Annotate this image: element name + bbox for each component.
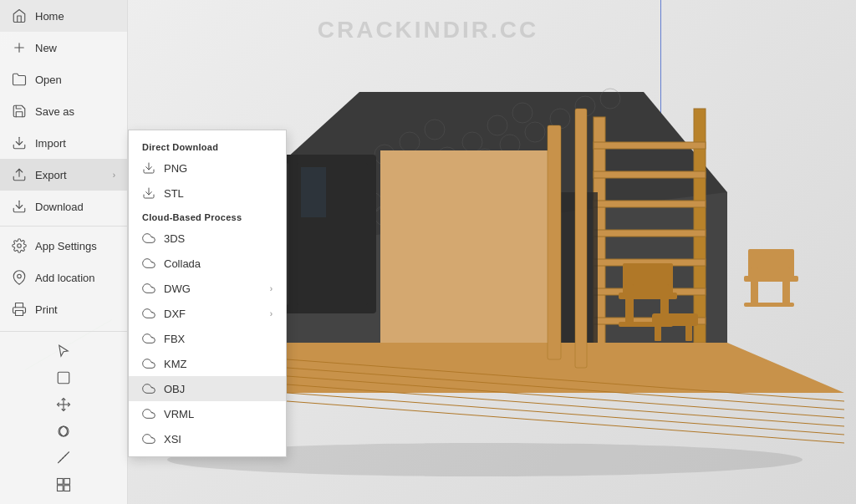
obj-cloud-icon bbox=[142, 382, 155, 395]
submenu-item-stl-label: STL bbox=[164, 187, 184, 200]
svg-rect-99 bbox=[58, 479, 64, 485]
tool-select[interactable] bbox=[51, 339, 76, 364]
svg-point-92 bbox=[18, 244, 22, 248]
settings-icon bbox=[12, 238, 27, 253]
import-icon bbox=[12, 135, 27, 150]
svg-rect-84 bbox=[771, 252, 775, 277]
submenu-item-dwg[interactable]: DWG › bbox=[129, 276, 286, 301]
sidebar-item-save-as-label: Save as bbox=[35, 105, 74, 118]
svg-rect-95 bbox=[58, 372, 69, 384]
submenu-item-obj-label: OBJ bbox=[164, 383, 185, 395]
sidebar-item-home-label: Home bbox=[35, 10, 64, 23]
sidebar-item-save-as[interactable]: Save as bbox=[0, 95, 127, 127]
submenu-item-dxf-label: DXF bbox=[164, 308, 186, 320]
submenu-item-stl[interactable]: STL bbox=[129, 181, 286, 206]
svg-rect-83 bbox=[762, 252, 766, 277]
sidebar-item-download-label: Download bbox=[35, 201, 84, 213]
sidebar-item-add-location[interactable]: Add location bbox=[0, 262, 127, 293]
sidebar-item-open[interactable]: Open bbox=[0, 64, 127, 95]
submenu-item-dwg-label: DWG bbox=[164, 283, 191, 295]
sidebar-item-import-label: Import bbox=[35, 137, 66, 150]
sidebar-item-print-label: Print bbox=[35, 303, 58, 316]
svg-rect-87 bbox=[575, 109, 587, 368]
tool-components[interactable] bbox=[51, 472, 76, 497]
sidebar-item-import[interactable]: Import bbox=[0, 127, 127, 159]
download-icon bbox=[12, 199, 27, 214]
svg-rect-46 bbox=[594, 201, 706, 207]
svg-rect-72 bbox=[647, 267, 652, 297]
svg-rect-62 bbox=[301, 167, 326, 217]
sidebar-item-open-label: Open bbox=[35, 74, 62, 86]
dxf-cloud-icon bbox=[142, 307, 155, 320]
svg-rect-75 bbox=[655, 324, 661, 341]
sidebar-item-export[interactable]: Export › bbox=[0, 159, 127, 191]
export-submenu: Direct Download PNG STL Cloud-Based Proc… bbox=[128, 130, 287, 457]
3ds-cloud-icon bbox=[142, 232, 155, 245]
svg-rect-44 bbox=[594, 142, 706, 149]
svg-rect-94 bbox=[16, 311, 23, 316]
sidebar-item-export-label: Export bbox=[35, 169, 67, 181]
home-icon bbox=[12, 8, 27, 23]
submenu-item-3ds-label: 3DS bbox=[164, 232, 185, 245]
submenu-item-collada[interactable]: Collada bbox=[129, 251, 286, 276]
submenu-item-png-label: PNG bbox=[164, 162, 187, 175]
tool-shapes[interactable] bbox=[51, 365, 76, 390]
collada-cloud-icon bbox=[142, 257, 155, 270]
tool-orbit[interactable] bbox=[51, 419, 76, 444]
tool-move[interactable] bbox=[51, 392, 76, 417]
submenu-item-collada-label: Collada bbox=[164, 257, 201, 270]
submenu-item-vrml-label: VRML bbox=[164, 408, 194, 420]
png-download-icon bbox=[142, 161, 155, 175]
submenu-item-xsi-label: XSI bbox=[164, 433, 181, 445]
export-chevron-icon: › bbox=[113, 171, 115, 180]
submenu-item-kmz[interactable]: KMZ bbox=[129, 351, 286, 376]
xsi-cloud-icon bbox=[142, 432, 155, 445]
svg-rect-82 bbox=[752, 252, 757, 277]
svg-rect-101 bbox=[58, 486, 64, 491]
sidebar-item-new-label: New bbox=[35, 42, 57, 54]
location-icon bbox=[12, 270, 27, 285]
svg-rect-85 bbox=[780, 252, 784, 277]
svg-rect-102 bbox=[64, 486, 70, 491]
svg-rect-73 bbox=[657, 267, 662, 297]
sidebar-item-home[interactable]: Home bbox=[0, 0, 127, 32]
svg-rect-45 bbox=[594, 171, 706, 178]
svg-rect-74 bbox=[652, 313, 698, 326]
submenu-item-obj[interactable]: OBJ bbox=[129, 376, 286, 401]
kmz-cloud-icon bbox=[142, 357, 155, 370]
svg-rect-71 bbox=[637, 267, 642, 297]
svg-rect-63 bbox=[380, 150, 548, 343]
print-icon bbox=[12, 302, 27, 317]
svg-rect-76 bbox=[685, 324, 692, 341]
sidebar-item-download[interactable]: Download bbox=[0, 191, 127, 222]
stl-download-icon bbox=[142, 186, 155, 200]
submenu-item-3ds[interactable]: 3DS bbox=[129, 226, 286, 251]
svg-rect-81 bbox=[744, 303, 794, 307]
save-as-icon bbox=[12, 104, 27, 119]
sidebar: Home New Open Save as Import Export › bbox=[0, 0, 128, 504]
svg-rect-100 bbox=[64, 479, 70, 485]
fbx-cloud-icon bbox=[142, 332, 155, 345]
sidebar-divider-1 bbox=[0, 226, 127, 227]
sidebar-item-print[interactable]: Print bbox=[0, 293, 127, 325]
cloud-based-label: Cloud-Based Process bbox=[129, 206, 286, 226]
submenu-item-png[interactable]: PNG bbox=[129, 155, 286, 181]
submenu-item-vrml[interactable]: VRML bbox=[129, 401, 286, 426]
direct-download-label: Direct Download bbox=[129, 135, 286, 155]
tool-measure[interactable] bbox=[51, 445, 76, 471]
svg-rect-47 bbox=[594, 230, 706, 237]
submenu-item-dxf[interactable]: DXF › bbox=[129, 301, 286, 326]
sidebar-item-app-settings-label: App Settings bbox=[35, 240, 97, 252]
svg-rect-70 bbox=[627, 267, 632, 297]
svg-rect-86 bbox=[548, 125, 561, 359]
dwg-chevron-icon: › bbox=[270, 284, 273, 293]
submenu-item-fbx[interactable]: FBX bbox=[129, 326, 286, 351]
submenu-item-fbx-label: FBX bbox=[164, 333, 185, 345]
open-icon bbox=[12, 72, 27, 87]
submenu-item-xsi[interactable]: XSI bbox=[129, 426, 286, 451]
sidebar-item-new[interactable]: New bbox=[0, 32, 127, 64]
submenu-item-kmz-label: KMZ bbox=[164, 358, 186, 370]
sidebar-item-app-settings[interactable]: App Settings bbox=[0, 230, 127, 262]
svg-point-93 bbox=[18, 274, 22, 278]
new-icon bbox=[12, 40, 27, 55]
